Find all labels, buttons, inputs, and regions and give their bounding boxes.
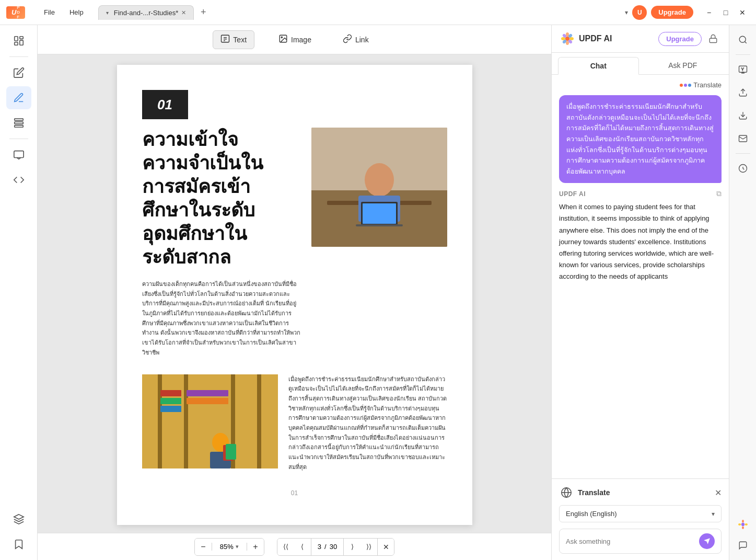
- ai-response-label: UPDF AI: [559, 190, 586, 198]
- tab-label: Find-and-...r-Studies*: [114, 9, 179, 17]
- zoom-in-button[interactable]: +: [247, 539, 264, 555]
- right-save-icon[interactable]: [732, 158, 753, 179]
- nav-prev-button[interactable]: ⟨: [294, 539, 311, 555]
- pdf-toolbar: Text Image Link: [38, 25, 551, 54]
- nav-last-button[interactable]: ⟩⟩: [360, 539, 377, 555]
- right-export-icon[interactable]: [732, 105, 753, 126]
- sidebar-bottom: [6, 508, 31, 556]
- sidebar-icon-layers[interactable]: [6, 508, 31, 531]
- link-tool-icon: [343, 34, 352, 45]
- image-tool-icon: [278, 34, 288, 45]
- add-tab-button[interactable]: +: [196, 5, 211, 20]
- current-page: 3: [318, 543, 321, 551]
- right-share-icon[interactable]: [732, 128, 753, 149]
- sidebar-icon-organize[interactable]: [6, 111, 31, 134]
- svg-rect-6: [14, 125, 23, 128]
- sidebar-icon-thumbnail[interactable]: [6, 29, 31, 52]
- svg-rect-37: [226, 444, 236, 460]
- ai-header: UPDF AI Upgrade: [552, 25, 729, 53]
- translate-close-icon[interactable]: ✕: [715, 488, 722, 498]
- nav-close-button[interactable]: ✕: [377, 539, 394, 555]
- right-search-icon[interactable]: [732, 29, 753, 50]
- toolbar-text[interactable]: Text: [213, 30, 254, 49]
- menu-help[interactable]: Help: [63, 6, 90, 18]
- dot-orange: [680, 84, 683, 87]
- svg-rect-30: [160, 398, 181, 404]
- body-text-1: ความฝันของเด็กทุกคนคือการได้เป็นส่วนหนึ่…: [142, 279, 301, 358]
- ai-upgrade-button[interactable]: Upgrade: [658, 32, 702, 46]
- ai-lock-icon[interactable]: [706, 31, 720, 46]
- sidebar-icon-comment[interactable]: [6, 143, 31, 166]
- svg-point-57: [741, 523, 744, 526]
- close-button[interactable]: ✕: [735, 5, 750, 20]
- tab-chat[interactable]: Chat: [558, 57, 639, 75]
- svg-rect-32: [187, 390, 228, 396]
- user-avatar: U: [632, 5, 647, 20]
- toolbar-image[interactable]: Image: [271, 31, 319, 49]
- sidebar-icon-edit[interactable]: [6, 61, 31, 84]
- maximize-button[interactable]: □: [718, 5, 733, 20]
- translate-icon-label: Translate: [559, 485, 610, 500]
- language-text: English (English): [566, 510, 617, 518]
- right-ai-icon[interactable]: [732, 514, 753, 535]
- pdf-area: Text Image Link 01: [38, 25, 551, 560]
- language-selector[interactable]: English (English) ▾: [559, 505, 722, 522]
- menu-file[interactable]: File: [38, 6, 61, 18]
- copy-icon[interactable]: ⧉: [716, 189, 722, 198]
- title-bar: U PDF File Help ▾ Find-and-...r-Studies*…: [0, 0, 756, 25]
- page-footer: 01: [142, 489, 447, 497]
- translate-header-row: Translate ✕: [559, 485, 722, 500]
- far-right-sidebar: [729, 25, 756, 560]
- nav-next-button[interactable]: ⟩: [344, 539, 360, 555]
- ask-input-row: [559, 529, 722, 554]
- body-text-2-container: เมื่อพูดถึงการชำระค่าธรรมเนียมนักศึกษาสำ…: [288, 374, 447, 479]
- right-chat-icon[interactable]: [732, 535, 753, 556]
- svg-rect-1: [19, 37, 22, 39]
- zoom-dropdown-icon[interactable]: ▾: [236, 543, 239, 550]
- svg-point-58: [742, 520, 744, 523]
- minimize-button[interactable]: −: [702, 5, 716, 20]
- svg-marker-8: [14, 515, 23, 519]
- zoom-out-button[interactable]: −: [195, 539, 212, 555]
- zoom-percentage: 85%: [220, 543, 234, 551]
- tab-dropdown-icon[interactable]: ▾: [106, 10, 109, 16]
- app-logo: U PDF: [6, 6, 25, 19]
- toolbar-link[interactable]: Link: [335, 31, 376, 49]
- right-import-icon[interactable]: [732, 82, 753, 103]
- pdf-image-1: [311, 128, 447, 247]
- svg-rect-28: [257, 374, 261, 468]
- tab-ask-pdf[interactable]: Ask PDF: [643, 57, 723, 74]
- ai-chat-content[interactable]: Translate เมื่อพูดถึงการชำระค่าธรรมเนียม…: [552, 75, 729, 478]
- svg-point-59: [742, 527, 744, 530]
- svg-point-61: [745, 523, 748, 525]
- language-dropdown-icon: ▾: [712, 510, 715, 518]
- sidebar-icon-annotate[interactable]: [6, 86, 31, 109]
- svg-rect-7: [14, 151, 23, 158]
- sidebar-icon-bookmark[interactable]: [6, 533, 31, 556]
- nav-first-button[interactable]: ⟨⟨: [277, 539, 294, 555]
- tab-close-icon[interactable]: ✕: [181, 9, 186, 16]
- content-right: [311, 128, 447, 365]
- zoom-value: 85% ▾: [212, 543, 247, 551]
- body-text-2: เมื่อพูดถึงการชำระค่าธรรมเนียมนักศึกษาสำ…: [288, 374, 447, 472]
- title-upgrade-button[interactable]: Upgrade: [651, 6, 693, 19]
- page-nav: ⟨⟨ ⟨ 3 / 30 ⟩ ⟩⟩ ✕: [277, 538, 394, 556]
- pdf-scroll-area[interactable]: 01 ความเข้าใจความจำเป็นในการสมัครเข้าศึก…: [38, 54, 551, 533]
- ask-input[interactable]: [566, 538, 695, 545]
- toolbar-image-label: Image: [291, 36, 311, 44]
- send-button[interactable]: [699, 533, 715, 549]
- svg-point-14: [281, 37, 282, 38]
- page-title: ความเข้าใจความจำเป็นในการสมัครเข้าศึกษาใ…: [142, 128, 283, 269]
- ai-response-text: When it comes to paying student fees for…: [559, 200, 722, 283]
- right-bottom: [732, 514, 753, 556]
- active-tab[interactable]: ▾ Find-and-...r-Studies* ✕: [98, 5, 194, 20]
- ai-title: UPDF AI: [579, 34, 612, 43]
- svg-rect-31: [160, 406, 181, 412]
- svg-rect-0: [14, 37, 17, 41]
- svg-rect-26: [184, 374, 188, 468]
- tab-overflow-arrow[interactable]: ▾: [625, 9, 628, 16]
- page-separator: /: [324, 543, 327, 551]
- translate-chat-label: Translate: [693, 81, 722, 89]
- right-ocr-icon[interactable]: [732, 59, 753, 80]
- sidebar-icon-extract[interactable]: [6, 168, 31, 191]
